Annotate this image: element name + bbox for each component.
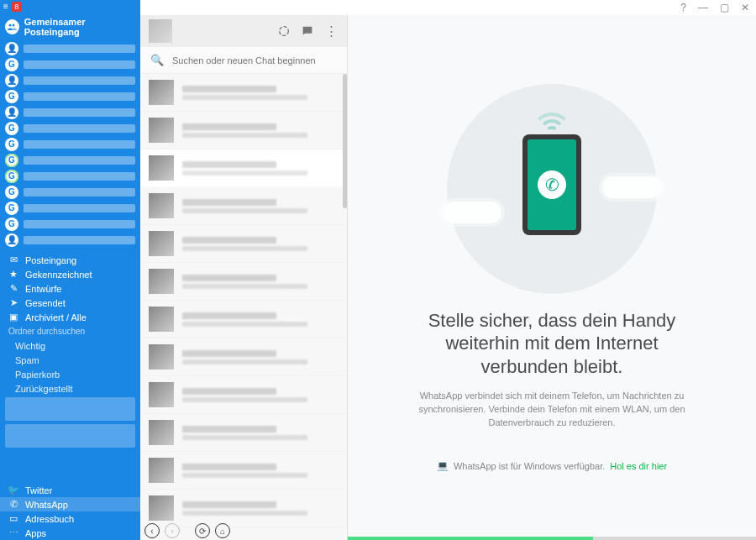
- sidebar-title: Gemeinsamer Posteingang: [24, 17, 135, 37]
- window-titlebar: ? — ▢ ✕: [140, 0, 756, 15]
- nav-forward-icon[interactable]: ›: [165, 523, 180, 538]
- account-item[interactable]: G: [0, 56, 140, 72]
- laptop-icon: 💻: [437, 460, 449, 471]
- avatar: [149, 155, 174, 181]
- account-item[interactable]: 👤: [0, 232, 140, 248]
- google-icon: G: [5, 90, 18, 103]
- account-item[interactable]: G: [0, 120, 140, 136]
- whatsapp-chats[interactable]: [140, 74, 347, 540]
- new-chat-icon[interactable]: [300, 24, 315, 39]
- account-item[interactable]: G: [0, 88, 140, 104]
- notification-badge: 8: [12, 2, 22, 12]
- chat-item[interactable]: [140, 225, 347, 263]
- account-item[interactable]: 👤: [0, 72, 140, 88]
- own-avatar[interactable]: [149, 19, 172, 43]
- folder-snoozed[interactable]: Zurückgestellt: [0, 381, 140, 396]
- person-icon: 👤: [5, 74, 18, 87]
- person-icon: 👤: [5, 42, 18, 55]
- main-area: ? — ▢ ✕ ⋮ 🔍: [140, 0, 756, 540]
- menu-dots-icon[interactable]: ⋮: [323, 24, 339, 39]
- account-item[interactable]: G: [0, 184, 140, 200]
- google-icon: G: [5, 58, 18, 71]
- account-item[interactable]: G: [0, 168, 140, 184]
- chat-item[interactable]: [140, 263, 347, 301]
- folder-archive[interactable]: ▣Archiviert / Alle: [0, 310, 140, 324]
- whatsapp-subtext: WhatsApp verbindet sich mit deinem Telef…: [401, 390, 703, 430]
- menu-icon[interactable]: ≡: [3, 2, 8, 12]
- avatar: [149, 382, 174, 407]
- chat-item[interactable]: [140, 490, 347, 527]
- chat-item[interactable]: [140, 414, 347, 452]
- account-item[interactable]: 👤: [0, 104, 140, 120]
- folder-starred[interactable]: ★Gekennzeichnet: [0, 267, 140, 281]
- nav-back-icon[interactable]: ‹: [144, 523, 160, 538]
- nav-refresh-icon[interactable]: ⟳: [195, 523, 210, 538]
- google-icon: G: [5, 170, 18, 183]
- account-item[interactable]: G: [0, 136, 140, 152]
- draft-icon: ✎: [8, 284, 18, 294]
- star-icon: ★: [8, 270, 18, 280]
- person-icon: 👤: [5, 233, 18, 247]
- folder-drafts[interactable]: ✎Entwürfe: [0, 281, 140, 296]
- nav-twitter[interactable]: 🐦Twitter: [0, 483, 140, 497]
- chat-item[interactable]: [140, 187, 347, 225]
- redacted-block: [5, 424, 135, 448]
- phone-icon: ✆: [522, 134, 581, 235]
- chat-item[interactable]: [140, 376, 347, 414]
- search-input[interactable]: [172, 55, 337, 66]
- nav-contacts[interactable]: ▭Adressbuch: [0, 511, 140, 526]
- nav-home-icon[interactable]: ⌂: [215, 523, 230, 538]
- chat-item[interactable]: [140, 149, 347, 187]
- avatar: [149, 307, 174, 332]
- folder-inbox[interactable]: ✉Posteingang: [0, 253, 140, 267]
- shared-inbox-icon: [5, 19, 19, 34]
- folder-search[interactable]: Ordner durchsuchen: [0, 324, 140, 338]
- avatar: [149, 269, 174, 294]
- account-item[interactable]: G: [0, 200, 140, 216]
- avatar: [149, 193, 174, 218]
- chat-item[interactable]: [140, 301, 347, 338]
- sidebar-bottom: 🐦Twitter ✆WhatsApp ▭Adressbuch ⋯Apps: [0, 483, 140, 540]
- whatsapp-header: ⋮: [140, 15, 347, 47]
- chat-item[interactable]: [140, 452, 347, 490]
- twitter-icon: 🐦: [8, 485, 18, 495]
- person-icon: 👤: [5, 106, 18, 119]
- folder-important[interactable]: Wichtig: [0, 338, 140, 353]
- avatar: [149, 495, 174, 521]
- folder-list: ✉Posteingang ★Gekennzeichnet ✎Entwürfe ➤…: [0, 253, 140, 396]
- close-button[interactable]: ✕: [741, 2, 749, 13]
- account-item[interactable]: 👤: [0, 40, 140, 56]
- account-list: 👤 G 👤 G 👤 G G G G G G G 👤: [0, 40, 140, 248]
- whatsapp-chatlist-pane: ⋮ 🔍: [140, 15, 348, 540]
- whatsapp-icon: ✆: [8, 500, 18, 510]
- avatar: [149, 344, 174, 370]
- minimize-button[interactable]: —: [698, 2, 708, 13]
- svg-point-1: [13, 24, 15, 27]
- avatar: [149, 458, 174, 483]
- folder-spam[interactable]: Spam: [0, 353, 140, 367]
- folder-sent[interactable]: ➤Gesendet: [0, 296, 140, 310]
- maximize-button[interactable]: ▢: [720, 2, 729, 13]
- chat-item[interactable]: [140, 112, 347, 149]
- avatar: [149, 118, 174, 143]
- whatsapp-search-bar[interactable]: 🔍: [140, 47, 347, 74]
- google-icon: G: [5, 122, 18, 135]
- account-item[interactable]: G: [0, 152, 140, 168]
- status-icon[interactable]: [276, 24, 291, 39]
- chat-item[interactable]: [140, 338, 347, 376]
- inbox-icon: ✉: [8, 255, 18, 265]
- sidebar-title-row[interactable]: Gemeinsamer Posteingang: [0, 13, 140, 40]
- search-icon: 🔍: [150, 54, 164, 66]
- avatar: [149, 80, 174, 105]
- chat-item[interactable]: [140, 74, 347, 112]
- help-button[interactable]: ?: [680, 2, 686, 13]
- folder-trash[interactable]: Papierkorb: [0, 367, 140, 381]
- nav-apps[interactable]: ⋯Apps: [0, 526, 140, 540]
- account-item[interactable]: G: [0, 216, 140, 232]
- whatsapp-welcome-pane: ✆ Stelle sicher, dass dein Handy weiterh…: [348, 15, 756, 540]
- sidebar-top-icons: ≡ 8: [0, 0, 140, 13]
- nav-whatsapp[interactable]: ✆WhatsApp: [0, 497, 140, 511]
- sidebar: ≡ 8 Gemeinsamer Posteingang 👤 G 👤 G 👤 G …: [0, 0, 140, 540]
- whatsapp-logo-icon: ✆: [538, 170, 566, 199]
- download-link[interactable]: Hol es dir hier: [610, 461, 667, 471]
